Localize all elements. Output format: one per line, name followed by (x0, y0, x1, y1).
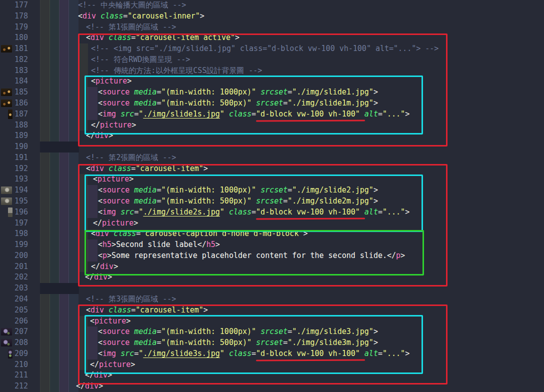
code-text[interactable]: </div> (86, 130, 113, 142)
code-line[interactable]: 196<img src="./img/slide2s.jpg" class="d… (0, 207, 544, 218)
code-line[interactable]: 203 (0, 283, 544, 294)
code-line[interactable]: 209<img src="./img/slide3s.jpg" class="d… (0, 348, 544, 360)
code-line[interactable]: 210</picture> (0, 360, 544, 370)
line-number[interactable]: 189 (0, 130, 28, 142)
code-line[interactable]: 193<picture> (0, 174, 544, 185)
code-line[interactable]: 199<h5>Second slide label</h5> (0, 240, 544, 250)
code-text[interactable]: <!-- 第2張圖的區域 --> (86, 152, 176, 164)
line-number[interactable]: 210 (0, 360, 28, 370)
code-line[interactable]: 191<!-- 第2張圖的區域 --> (0, 152, 544, 164)
code-text[interactable]: <source media="(min-width: 1000px)" srcs… (98, 326, 378, 338)
code-text[interactable]: <!-- 第3張圖的區域 --> (86, 294, 176, 305)
line-number[interactable]: 188 (0, 120, 28, 131)
line-number[interactable]: 191 (0, 152, 28, 164)
line-number[interactable]: 187 (0, 109, 28, 120)
code-line[interactable]: 200<p>Some representative placeholder co… (0, 250, 544, 262)
line-number[interactable]: 184 (0, 76, 28, 87)
code-line[interactable]: 187<img src="./img/slide1s.jpg" class="d… (0, 109, 544, 120)
code-text[interactable]: <!-- 中央輪播大圖的區域 --> (78, 0, 186, 11)
code-line[interactable]: 179<!-- 第1張圖的區域 --> (0, 22, 544, 33)
code-text[interactable]: <picture> (91, 76, 132, 87)
line-number[interactable]: 180 (0, 32, 28, 44)
line-number[interactable]: 196 (0, 207, 28, 218)
code-text[interactable]: </picture> (90, 360, 135, 370)
code-line[interactable]: 212</div> (0, 381, 544, 392)
line-number[interactable]: 199 (0, 240, 28, 250)
code-text[interactable]: <picture> (90, 316, 130, 327)
code-text[interactable]: <img src="./img/slide1s.jpg" class="d-bl… (98, 109, 410, 120)
code-line[interactable]: 178<div class="carousel-inner"> (0, 11, 544, 22)
code-text[interactable]: </picture> (91, 120, 136, 131)
line-number[interactable]: 205 (0, 305, 28, 316)
code-line[interactable]: 201</div> (0, 262, 544, 272)
code-text[interactable]: <div class="carousel-inner"> (78, 11, 204, 22)
code-text[interactable]: </div> (76, 381, 103, 392)
code-text[interactable]: <div class="carousel-item"> (86, 305, 208, 316)
code-text[interactable]: <p>Some representative placeholder conte… (98, 250, 405, 262)
line-number[interactable]: 194 (0, 185, 28, 196)
code-line[interactable]: 181<!-- <img src="./img/slide1.jpg" clas… (0, 44, 544, 54)
line-number[interactable]: 197 (0, 218, 28, 229)
code-line[interactable]: 211</div> (0, 370, 544, 381)
code-text[interactable]: <div class="carousel-item"> (86, 164, 208, 174)
code-editor[interactable]: 177<!-- 中央輪播大圖的區域 -->178<div class="caro… (0, 0, 544, 392)
code-line[interactable]: 194<source media="(min-width: 1000px)" s… (0, 185, 544, 196)
code-text[interactable]: <img src="./img/slide2s.jpg" class="d-bl… (98, 207, 410, 218)
line-number[interactable]: 190 (0, 142, 28, 152)
code-text[interactable]: <!-- <img src="./img/slide1.jpg" class="… (91, 44, 438, 54)
line-number[interactable]: 212 (0, 381, 28, 392)
line-number[interactable]: 177 (0, 0, 28, 11)
line-number[interactable]: 181 (0, 44, 28, 54)
code-line[interactable]: 195<source media="(min-width: 500px)" sr… (0, 196, 544, 207)
code-text[interactable]: </div> (85, 272, 112, 283)
code-line[interactable]: 190 (0, 142, 544, 152)
line-number[interactable]: 206 (0, 316, 28, 327)
line-number[interactable]: 200 (0, 250, 28, 262)
line-number[interactable]: 195 (0, 196, 28, 207)
code-line[interactable]: 183<!-- 傳統的方法:以外框呈現CSS設計背景圖 --> (0, 66, 544, 76)
line-number[interactable]: 185 (0, 87, 28, 98)
line-number[interactable]: 201 (0, 262, 28, 272)
line-number[interactable]: 203 (0, 283, 28, 294)
code-text[interactable]: <h5>Second slide label</h5> (98, 240, 220, 250)
line-number[interactable]: 192 (0, 164, 28, 174)
code-text[interactable]: <div class="carousel-caption d-none d-md… (91, 228, 308, 240)
code-line[interactable]: 188</picture> (0, 120, 544, 131)
line-number[interactable]: 186 (0, 98, 28, 109)
code-line[interactable]: 192<div class="carousel-item"> (0, 164, 544, 174)
line-number[interactable]: 204 (0, 294, 28, 305)
code-text[interactable]: <source media="(min-width: 1000px)" srcs… (98, 87, 378, 98)
code-text[interactable]: <source media="(min-width: 1000px)" srcs… (98, 185, 378, 196)
line-number[interactable]: 179 (0, 22, 28, 33)
code-line[interactable]: 184<picture> (0, 76, 544, 87)
code-line[interactable]: 208<source media="(min-width: 500px)" sr… (0, 338, 544, 348)
code-line[interactable]: 202</div> (0, 272, 544, 283)
line-number[interactable]: 209 (0, 348, 28, 360)
line-number[interactable]: 207 (0, 326, 28, 338)
code-line[interactable]: 205<div class="carousel-item"> (0, 305, 544, 316)
code-text[interactable]: <div class="carousel-item active"> (86, 32, 240, 44)
line-number[interactable]: 193 (0, 174, 28, 185)
code-text[interactable]: <source media="(min-width: 500px)" srcse… (98, 338, 378, 348)
code-line[interactable]: 197</picture> (0, 218, 544, 229)
code-text[interactable]: <source media="(min-width: 500px)" srcse… (98, 196, 378, 207)
line-number[interactable]: 178 (0, 11, 28, 22)
code-text[interactable]: <img src="./img/slide3s.jpg" class="d-bl… (98, 348, 410, 360)
code-line[interactable]: 185<source media="(min-width: 1000px)" s… (0, 87, 544, 98)
line-number[interactable]: 211 (0, 370, 28, 381)
code-line[interactable]: 198<div class="carousel-caption d-none d… (0, 228, 544, 240)
code-text[interactable]: <!-- 第1張圖的區域 --> (86, 22, 176, 33)
code-text[interactable]: <picture> (93, 174, 134, 185)
code-text[interactable]: <!-- 傳統的方法:以外框呈現CSS設計背景圖 --> (91, 66, 262, 76)
code-line[interactable]: 186<source media="(min-width: 500px)" sr… (0, 98, 544, 109)
line-number[interactable]: 208 (0, 338, 28, 348)
line-number[interactable]: 202 (0, 272, 28, 283)
line-number[interactable]: 198 (0, 228, 28, 240)
code-text[interactable]: </picture> (93, 218, 138, 229)
code-text[interactable]: <!-- 符合RWD換圖呈現 --> (91, 54, 190, 66)
line-number[interactable]: 183 (0, 66, 28, 76)
code-line[interactable]: 206<picture> (0, 316, 544, 327)
code-text[interactable]: </div> (91, 262, 118, 272)
code-text[interactable]: <source media="(min-width: 500px)" srcse… (98, 98, 378, 109)
code-line[interactable]: 177<!-- 中央輪播大圖的區域 --> (0, 0, 544, 11)
